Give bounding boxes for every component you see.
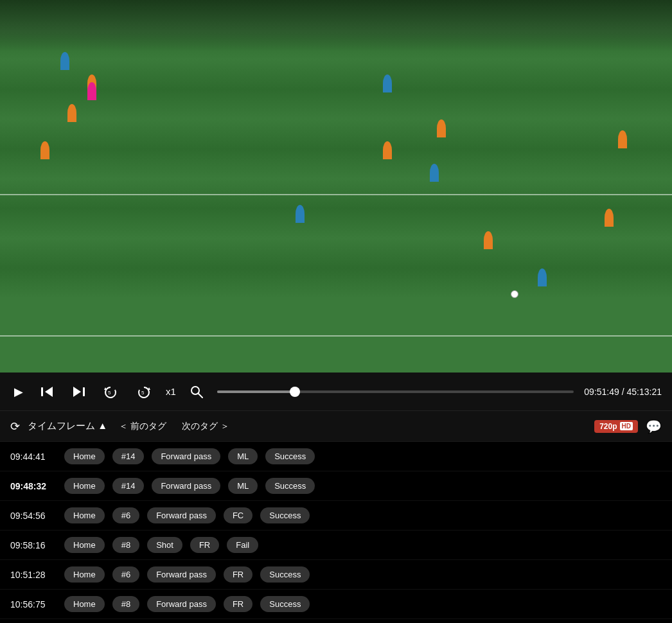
event-time: 09:54:56 (10, 511, 57, 521)
tag-icon[interactable]: ⟳ (10, 419, 20, 434)
event-time: 09:58:16 (10, 540, 57, 550)
event-tag[interactable]: Home (64, 507, 105, 523)
step-forward-button[interactable] (68, 383, 89, 400)
event-tag[interactable]: ML (228, 448, 258, 464)
event-tag[interactable]: FC (224, 507, 252, 523)
chat-icon[interactable]: 💬 (646, 419, 662, 434)
timeframe-label: タイムフレーム ▲ (28, 420, 107, 432)
event-tag[interactable]: #8 (112, 596, 139, 612)
hd-label: HD (620, 422, 633, 430)
controls-bar: ▶ 5 5 x1 09 (0, 373, 672, 411)
search-button[interactable] (186, 383, 207, 401)
event-tag[interactable]: #6 (112, 566, 139, 583)
event-tag[interactable]: FR (224, 596, 252, 612)
event-tag[interactable]: Fail (227, 537, 258, 553)
svg-text:5: 5 (141, 390, 145, 396)
event-row[interactable]: 11:00:39Home#17ShotFCFail (0, 619, 672, 623)
next-tag-button[interactable]: 次のタグ ＞ (178, 419, 233, 434)
event-tag[interactable]: Shot (147, 537, 182, 553)
rewind-5-button[interactable]: 5 (99, 382, 122, 401)
event-tag[interactable]: Forward pass (152, 448, 220, 464)
svg-line-7 (199, 394, 202, 398)
event-tag[interactable]: Success (260, 596, 310, 612)
event-tag[interactable]: ML (228, 478, 258, 494)
event-row[interactable]: 09:44:41Home#14Forward passMLSuccess (0, 442, 672, 471)
event-row[interactable]: 09:54:56Home#6Forward passFCSuccess (0, 501, 672, 531)
event-tag[interactable]: FR (224, 566, 252, 583)
event-tag[interactable]: Success (265, 478, 315, 494)
event-tag[interactable]: Forward pass (147, 566, 216, 583)
quality-badge[interactable]: 720p HD (594, 420, 638, 433)
event-tag[interactable]: Forward pass (147, 507, 216, 523)
event-tag[interactable]: #8 (112, 537, 139, 553)
time-display: 09:51:49 / 45:13:21 (584, 387, 662, 397)
svg-rect-0 (41, 387, 43, 396)
event-list: 09:44:41Home#14Forward passMLSuccess09:4… (0, 442, 672, 623)
forward-5-button[interactable]: 5 (132, 382, 155, 401)
video-player[interactable] (0, 0, 672, 373)
event-tag[interactable]: FR (190, 537, 219, 553)
event-tag[interactable]: Home (64, 537, 105, 553)
event-tag[interactable]: Home (64, 596, 105, 612)
svg-marker-3 (73, 387, 81, 397)
progress-fill (217, 390, 295, 393)
event-tag[interactable]: Home (64, 566, 105, 583)
prev-tag-button[interactable]: ＜ 前のタグ (115, 419, 170, 434)
event-tag[interactable]: Success (260, 566, 310, 583)
play-button[interactable]: ▶ (10, 382, 27, 401)
step-back-button[interactable] (37, 383, 58, 400)
event-time: 09:44:41 (10, 452, 57, 462)
event-tag[interactable]: #14 (112, 478, 145, 494)
event-tag[interactable]: Forward pass (152, 478, 220, 494)
event-tag[interactable]: #14 (112, 448, 145, 464)
event-tag[interactable]: Success (260, 507, 310, 523)
event-tag[interactable]: #6 (112, 507, 139, 523)
event-time: 10:56:75 (10, 599, 57, 610)
event-tag[interactable]: Success (265, 448, 315, 464)
svg-text:5: 5 (108, 390, 111, 396)
event-tag[interactable]: Home (64, 448, 105, 464)
svg-rect-2 (83, 387, 85, 396)
svg-point-6 (191, 387, 199, 394)
event-row[interactable]: 10:56:75Home#8Forward passFRSuccess (0, 590, 672, 619)
quality-label: 720p (599, 422, 617, 431)
tag-bar: ⟳ タイムフレーム ▲ ＜ 前のタグ 次のタグ ＞ 720p HD 💬 (0, 411, 672, 442)
event-row[interactable]: 09:48:32Home#14Forward passMLSuccess (0, 471, 672, 501)
speed-label: x1 (166, 386, 176, 397)
svg-marker-1 (45, 387, 53, 397)
event-tag[interactable]: Forward pass (147, 596, 216, 612)
progress-bar[interactable] (217, 390, 574, 393)
event-tag[interactable]: Home (64, 478, 105, 494)
event-time: 10:51:28 (10, 570, 57, 580)
event-row[interactable]: 09:58:16Home#8ShotFRFail (0, 531, 672, 560)
progress-thumb (290, 387, 300, 397)
event-time: 09:48:32 (10, 481, 57, 491)
event-row[interactable]: 10:51:28Home#6Forward passFRSuccess (0, 560, 672, 590)
